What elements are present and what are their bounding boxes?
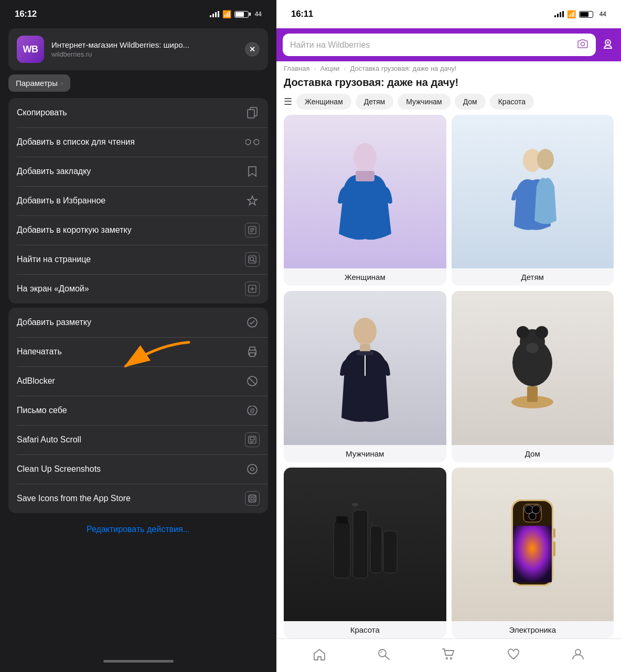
breadcrumb-home[interactable]: Главная: [284, 64, 309, 72]
nav-item-profile[interactable]: [571, 648, 585, 664]
svg-point-47: [517, 326, 529, 339]
svg-rect-56: [383, 531, 397, 573]
app-header-info: Интернет-магазин Wildberries: широ... wi…: [51, 40, 238, 58]
svg-rect-44: [357, 351, 373, 355]
battery-fill-left: [235, 12, 244, 17]
menu-item-find[interactable]: Найти на странице: [8, 245, 268, 274]
auto-scroll-icon: [245, 432, 260, 447]
menu-item-bookmark[interactable]: Добавить закладку: [8, 157, 268, 186]
menu-item-cleanup[interactable]: Clean Up Screenshots: [8, 454, 268, 484]
right-panel: 16:11 📶 44 Найти на Wildberries: [276, 0, 621, 672]
product-card-electronics[interactable]: Электроника: [452, 468, 614, 638]
menu-item-reading-label: Добавить в список для чтения: [17, 137, 135, 147]
category-chip-children[interactable]: Детям: [356, 94, 393, 110]
menu-item-note-label: Добавить в короткую заметку: [17, 225, 132, 235]
svg-rect-38: [356, 171, 374, 181]
product-image-home: [452, 291, 614, 445]
menu-item-auto-scroll-label: Safari Auto Scroll: [17, 435, 81, 445]
svg-rect-29: [250, 496, 252, 498]
menu-item-auto-scroll[interactable]: Safari Auto Scroll: [8, 425, 268, 454]
breadcrumb-promotions[interactable]: Акции: [320, 64, 339, 72]
home-screen-icon: [245, 281, 260, 296]
product-img-men-bg: [284, 291, 446, 445]
markup-icon: [245, 315, 260, 330]
wifi-icon-left: 📶: [222, 10, 231, 18]
battery-icon-left: [234, 11, 249, 18]
status-time-right: 16:11: [291, 9, 313, 19]
mail-icon: @: [245, 403, 260, 418]
svg-rect-23: [250, 437, 254, 440]
category-chip-men[interactable]: Мужчинам: [398, 94, 450, 110]
product-card-beauty[interactable]: Красота: [284, 468, 446, 638]
battery-container-left: 44: [234, 10, 262, 18]
menu-item-adblocker-label: AdBlocker: [17, 376, 55, 386]
product-image-children: [452, 115, 614, 268]
product-grid: Женщинам Детям: [276, 115, 621, 638]
signal-bars-right: [554, 11, 564, 17]
category-tabs: ☰ Женщинам Детям Мужчинам Дом Красота: [276, 94, 621, 115]
product-image-women: [284, 115, 446, 268]
status-bar-left: 16:12 📶 44: [0, 0, 276, 28]
save-icons-icon: [245, 491, 260, 506]
app-header-card: WB Интернет-магазин Wildberries: широ...…: [8, 28, 268, 70]
product-card-women[interactable]: Женщинам: [284, 115, 446, 286]
svg-rect-31: [250, 499, 252, 501]
menu-item-save-icons[interactable]: Save Icons from the App Store: [8, 484, 268, 513]
params-button[interactable]: Параметры ›: [8, 74, 70, 92]
menu-item-copy[interactable]: Скопировать: [8, 98, 268, 127]
status-bar-right: 16:11 📶 44: [276, 0, 621, 28]
search-bar[interactable]: Найти на Wildberries: [283, 34, 596, 56]
menu-item-markup-label: Добавить разметку: [17, 318, 91, 327]
menu-item-note[interactable]: Добавить в короткую заметку: [8, 215, 268, 245]
menu-item-mail[interactable]: Письмо себе @: [8, 396, 268, 425]
close-button[interactable]: ✕: [245, 42, 260, 57]
svg-point-71: [451, 657, 452, 659]
menu-item-copy-label: Скопировать: [17, 108, 67, 117]
product-image-beauty: [284, 468, 446, 621]
svg-rect-58: [352, 503, 358, 506]
product-label-children: Детям: [452, 268, 614, 286]
home-nav-icon: [313, 648, 326, 664]
svg-point-9: [250, 257, 254, 261]
svg-rect-1: [248, 110, 254, 118]
category-chip-home[interactable]: Дом: [455, 94, 486, 110]
nav-item-favorites[interactable]: [507, 648, 520, 664]
status-icons-right: 📶 44: [554, 10, 606, 18]
menu-item-bookmark-label: Добавить закладку: [17, 167, 91, 176]
bottom-nav: [276, 638, 621, 672]
edit-actions[interactable]: Редактировать действия...: [8, 517, 268, 541]
hamburger-icon[interactable]: ☰: [284, 96, 292, 107]
camera-icon[interactable]: [577, 39, 588, 51]
svg-point-48: [536, 326, 548, 339]
nav-item-cart[interactable]: [442, 648, 455, 664]
menu-item-home-screen[interactable]: На экран «Домой»: [8, 274, 268, 304]
page-title: Доставка грузовая: даже на дачу!: [276, 75, 621, 94]
svg-rect-68: [553, 541, 555, 556]
nav-item-home[interactable]: [313, 648, 326, 664]
wifi-icon-right: 📶: [567, 10, 576, 18]
menu-item-cleanup-label: Clean Up Screenshots: [17, 464, 101, 474]
nav-item-search[interactable]: [377, 648, 391, 664]
svg-rect-66: [513, 526, 552, 582]
left-panel: 16:12 📶 44 WB Интернет-магазин Wildberri…: [0, 0, 276, 672]
menu-item-markup[interactable]: Добавить разметку: [8, 308, 268, 337]
status-time-left: 16:12: [15, 9, 37, 19]
product-image-electronics: [452, 468, 614, 621]
svg-point-36: [607, 41, 609, 44]
menu-item-favorites[interactable]: Добавить в Избранное: [8, 186, 268, 215]
app-header-title: Интернет-магазин Wildberries: широ...: [51, 40, 198, 49]
svg-rect-54: [353, 510, 368, 578]
menu-item-reading-list[interactable]: Добавить в список для чтения: [8, 127, 268, 157]
svg-point-34: [581, 42, 585, 46]
product-card-children[interactable]: Детям: [452, 115, 614, 286]
location-icon[interactable]: [601, 37, 615, 53]
product-card-men[interactable]: Мужчинам: [284, 291, 446, 462]
product-label-beauty: Красота: [284, 621, 446, 638]
star-icon: [245, 193, 260, 208]
menu-item-print[interactable]: Напечатать: [8, 337, 268, 366]
product-card-home[interactable]: Дом: [452, 291, 614, 462]
product-img-women-bg: [284, 115, 446, 268]
menu-item-adblocker[interactable]: AdBlocker: [8, 366, 268, 396]
category-chip-beauty[interactable]: Красота: [490, 94, 534, 110]
category-chip-women[interactable]: Женщинам: [296, 94, 351, 110]
